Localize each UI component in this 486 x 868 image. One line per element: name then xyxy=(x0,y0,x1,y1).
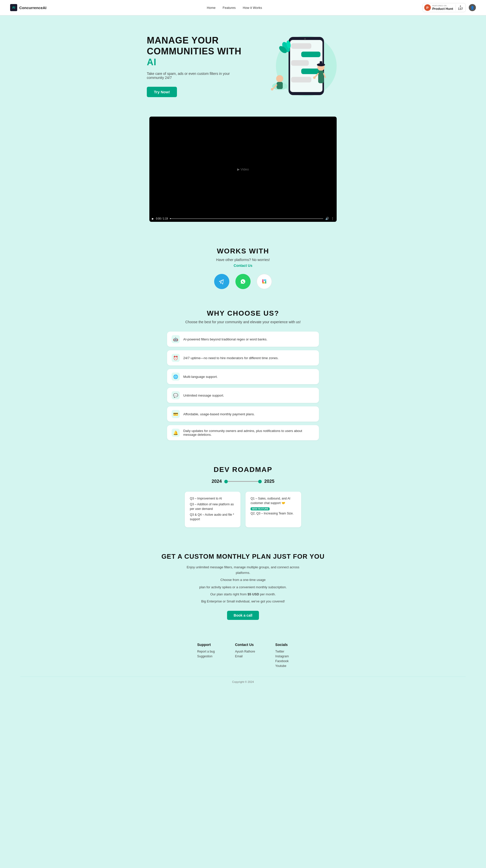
footer-youtube[interactable]: Youtube xyxy=(276,664,289,668)
nav-how-it-works[interactable]: How it Works xyxy=(243,6,262,10)
feature-icon-2: 🌐 xyxy=(172,373,180,381)
video-player[interactable]: ▶ Video ▶ 0:00 / 1:19 🔊 ⋮ xyxy=(149,117,337,222)
custom-plan-title: GET A CUSTOM MONTHLY PLAN JUST FOR YOU xyxy=(10,553,476,560)
footer-contact-title: Contact Us xyxy=(235,643,255,647)
ph-count: ▲ 137 xyxy=(456,5,463,11)
svg-rect-6 xyxy=(301,68,320,74)
video-progress-bar[interactable] xyxy=(170,218,323,219)
footer-socials: Socials Twitter Instagram Facebook Youtu… xyxy=(276,643,289,669)
nav-home[interactable]: Home xyxy=(207,6,216,10)
roadmap-q3q4-audio: Q3 & Q4 – Active audio and file * suppor… xyxy=(190,513,235,522)
feature-text-1: 24/7 uptime—no need to hire moderators f… xyxy=(183,356,279,360)
user-avatar[interactable]: 👤 xyxy=(469,4,476,11)
plan-desc-5: Big Enterprise or Small individual, we'v… xyxy=(180,599,306,604)
contact-us-link[interactable]: Contact Us xyxy=(234,264,252,268)
logo-text: ConcurrenceAI xyxy=(19,6,47,10)
svg-rect-29 xyxy=(265,281,266,282)
roadmap-card-2025: Q1 – Sales, outbound, and AI customer ch… xyxy=(246,492,301,527)
feature-text-3: Unlimited message support. xyxy=(183,394,224,397)
svg-rect-5 xyxy=(291,60,309,66)
platform-telegram-icon[interactable] xyxy=(214,274,229,289)
roadmap-progress-bar xyxy=(228,481,258,482)
footer-copyright: Copyright © 2024 xyxy=(20,677,466,683)
feature-text-5: Daily updates for community owners and a… xyxy=(183,429,314,437)
svg-point-23 xyxy=(218,277,226,286)
svg-point-9 xyxy=(276,75,283,82)
roadmap-q3-platform: Q3 – Addition of new platform as per use… xyxy=(190,502,235,511)
svg-rect-7 xyxy=(291,77,311,83)
hero-subtitle: Take care of spam, ads or even custom fi… xyxy=(147,71,243,80)
roadmap-dot-left xyxy=(224,480,228,483)
video-placeholder: ▶ Video xyxy=(237,167,249,171)
roadmap-timeline: 2024 2025 xyxy=(10,479,476,484)
video-volume-button[interactable]: 🔊 xyxy=(325,217,329,220)
works-with-subtitle: Have other platforms? No worries! xyxy=(10,258,476,262)
try-now-button[interactable]: Try Now! xyxy=(147,87,177,97)
dev-roadmap-section: DEV ROADMAP 2024 2025 Q3 – Improvement t… xyxy=(0,453,486,540)
platform-slack-icon[interactable] xyxy=(257,274,272,289)
footer-facebook[interactable]: Facebook xyxy=(276,659,289,663)
platform-whatsapp-icon[interactable] xyxy=(235,274,251,289)
navbar: AI ConcurrenceAI Home Features How it Wo… xyxy=(0,0,486,16)
why-choose-title: WHY CHOOSE US? xyxy=(10,309,476,317)
plan-desc-4: Our plan starts right from $5 USD per mo… xyxy=(180,592,306,597)
footer: Support Report a bug Suggestion Contact … xyxy=(0,632,486,688)
telegram-svg xyxy=(218,277,226,286)
footer-support: Support Report a bug Suggestion xyxy=(197,643,215,669)
svg-rect-14 xyxy=(318,70,324,83)
product-hunt-badge[interactable]: P FEATURED ON Product Hunt ▲ 137 xyxy=(423,3,466,12)
roadmap-dot-right xyxy=(258,480,262,483)
logo-icon: AI xyxy=(10,4,17,11)
dev-roadmap-title: DEV ROADMAP xyxy=(10,466,476,474)
new-feature-badge: NEW FEATURE xyxy=(251,507,269,510)
nav-features[interactable]: Features xyxy=(223,6,236,10)
plan-desc-1: Enjoy unlimited message filters, manage … xyxy=(180,564,306,576)
copyright-text: Copyright © 2024 xyxy=(232,680,254,683)
footer-columns: Support Report a bug Suggestion Contact … xyxy=(20,643,466,669)
plan-desc-2: Choose from a one-time usage xyxy=(180,577,306,583)
plan-desc-3: plan for activity spikes or a convenient… xyxy=(180,585,306,590)
roadmap-q2q3-team: Q2, Q3 – Increasing Team Size. xyxy=(251,511,296,516)
ph-icon: P xyxy=(424,4,431,11)
ph-info: FEATURED ON Product Hunt xyxy=(432,5,453,11)
footer-email-link[interactable]: Email xyxy=(235,655,255,658)
roadmap-card-2024: Q3 – Improvement to AI Q3 – Addition of … xyxy=(185,492,240,527)
platform-icons-row xyxy=(10,274,476,289)
svg-rect-32 xyxy=(264,281,265,282)
hero-illustration xyxy=(258,31,339,101)
hero-image-inner xyxy=(258,31,339,101)
hero-left: MANAGE YOUR COMMUNITIES WITH AI Take car… xyxy=(147,35,243,97)
svg-rect-10 xyxy=(277,82,283,89)
svg-rect-31 xyxy=(262,282,265,283)
feature-item-1: ⏰ 24/7 uptime—no need to hire moderators… xyxy=(167,350,319,366)
hero-svg xyxy=(266,32,332,100)
feature-icon-0: 🤖 xyxy=(172,335,180,343)
feature-item-2: 🌐 Multi-language support. xyxy=(167,369,319,384)
svg-point-16 xyxy=(313,76,316,79)
footer-contact-name: Ayush Rathore xyxy=(235,650,255,653)
footer-report-bug[interactable]: Report a bug xyxy=(197,650,215,653)
feature-icon-1: ⏰ xyxy=(172,354,180,362)
feature-text-4: Affordable, usage-based monthly payment … xyxy=(183,412,255,416)
svg-rect-4 xyxy=(301,52,320,57)
footer-instagram[interactable]: Instagram xyxy=(276,655,289,658)
video-more-button[interactable]: ⋮ xyxy=(331,217,334,220)
footer-suggestion[interactable]: Suggestion xyxy=(197,655,215,658)
feature-item-5: 🔔 Daily updates for community owners and… xyxy=(167,425,319,440)
book-call-button[interactable]: Book a call xyxy=(227,611,259,620)
video-controls: ▶ 0:00 / 1:19 🔊 ⋮ xyxy=(149,215,337,222)
roadmap-q1-sales: Q1 – Sales, outbound, and AI customer ch… xyxy=(251,496,296,505)
footer-support-title: Support xyxy=(197,643,215,647)
footer-twitter[interactable]: Twitter xyxy=(276,650,289,653)
plan-price: $5 USD xyxy=(248,592,259,596)
footer-socials-title: Socials xyxy=(276,643,289,647)
svg-rect-3 xyxy=(291,43,311,49)
works-with-section: WORKS WITH Have other platforms? No worr… xyxy=(0,235,486,297)
feature-text-0: AI-powered filters beyond traditional re… xyxy=(183,337,267,341)
video-section: ▶ Video ▶ 0:00 / 1:19 🔊 ⋮ xyxy=(0,112,486,235)
feature-item-0: 🤖 AI-powered filters beyond traditional … xyxy=(167,332,319,347)
video-play-button[interactable]: ▶ xyxy=(152,217,154,220)
nav-links: Home Features How it Works xyxy=(207,6,262,10)
works-with-title: WORKS WITH xyxy=(10,247,476,255)
nav-logo[interactable]: AI ConcurrenceAI xyxy=(10,4,47,11)
